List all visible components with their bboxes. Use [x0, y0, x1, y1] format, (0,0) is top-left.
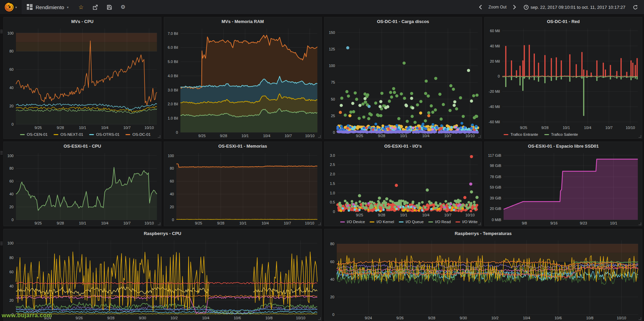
raspberrys-cpu-chart[interactable]: 0204060801009/249/269/289/3010/210/410/6… [4, 238, 321, 321]
svg-text:10/4: 10/4 [101, 126, 108, 130]
os-esxi-01-cpu-chart[interactable]: 0204060801009/259/2810/110/410/710/10 [4, 150, 161, 226]
svg-text:5.0 Bil: 5.0 Bil [168, 60, 178, 64]
grafana-logo-icon [4, 2, 14, 12]
legend-label: Trafico Saliente [551, 132, 578, 136]
svg-text:20: 20 [170, 205, 174, 209]
star-button[interactable]: ☆ [74, 0, 88, 14]
share-button[interactable] [88, 0, 102, 14]
svg-text:10/7: 10/7 [123, 221, 131, 225]
row-handle[interactable] [0, 30, 3, 33]
legend-label: OS-OTRS-01 [96, 132, 119, 136]
raspberrys-temperaturas-chart[interactable]: 0204060809/249/269/289/3010/210/410/610/… [325, 238, 642, 321]
watermark: www.bujarra.com [2, 312, 52, 319]
legend-item[interactable]: I/O Read [428, 220, 451, 224]
svg-text:0: 0 [176, 130, 178, 134]
panel-title[interactable]: OS-DC-01 - Red [485, 17, 642, 26]
refresh-button[interactable] [630, 0, 641, 14]
svg-text:10/7: 10/7 [284, 221, 291, 225]
svg-text:2.5: 2.5 [330, 163, 335, 167]
row-handle[interactable] [0, 242, 3, 245]
dashboard-title-button[interactable]: Rendimiento ▾ [21, 0, 74, 14]
os-esxi-01-memorias-chart[interactable]: 0204060801009/259/2810/110/410/710/10 [164, 150, 321, 226]
panel-title[interactable]: OS-ESXi-01 - Memorias [164, 142, 321, 150]
svg-text:20 Mil: 20 Mil [490, 59, 500, 63]
panel-title[interactable]: OS-ESXi-01 - CPU [4, 142, 161, 150]
legend-swatch [544, 134, 549, 135]
logo-caret-icon: ▾ [15, 5, 17, 9]
svg-text:20: 20 [9, 104, 14, 108]
svg-text:9/28: 9/28 [378, 134, 385, 138]
time-forward-button[interactable] [510, 0, 519, 14]
panel-title[interactable]: OS-ESXi-01 - Espacio libre SSD01 [485, 142, 642, 150]
panel-title[interactable]: Raspberrys - Temperaturas [325, 229, 642, 238]
legend-label: I/O Queue [406, 220, 424, 224]
settings-button[interactable]: ⚙ [116, 0, 130, 14]
legend-swatch [340, 221, 345, 222]
svg-text:10/4: 10/4 [584, 126, 591, 130]
svg-text:60 Mil: 60 Mil [490, 29, 500, 33]
mvs-memoria-ram-chart[interactable]: 01.0 Bil2.0 Bil3.0 Bil4.0 Bil5.0 Bil6.0 … [164, 26, 321, 138]
svg-text:10/10: 10/10 [626, 126, 635, 130]
svg-text:0: 0 [332, 313, 334, 317]
svg-text:60: 60 [9, 179, 14, 183]
chevron-right-icon [513, 5, 516, 9]
svg-text:40: 40 [9, 86, 14, 90]
panel-title[interactable]: MVs - CPU [4, 17, 161, 26]
svg-text:10/10: 10/10 [144, 221, 154, 225]
legend-item[interactable]: OS-CEN-01 [20, 132, 47, 136]
os-dc-01-red-chart[interactable]: -60 Mil-40 Mil-20 Mil020 Mil40 Mil60 Mil… [485, 26, 642, 130]
legend-item[interactable]: OS-NEXT-01 [54, 132, 83, 136]
svg-text:10/2: 10/2 [171, 316, 178, 320]
legend-item[interactable]: OS-DC-01 [125, 132, 151, 136]
svg-text:20: 20 [330, 295, 334, 299]
svg-text:9/26: 9/26 [396, 316, 403, 320]
panel-raspberrys-cpu: Raspberrys - CPU 0204060801009/249/269/2… [3, 229, 322, 321]
os-esxi-01-espacio-libre-ssd01-chart[interactable]: 0 MiB20 GiB39 GiB59 GiB78 GiB98 GiB117 G… [485, 150, 642, 226]
svg-text:80: 80 [170, 166, 174, 170]
grafana-logo-button[interactable]: ▾ [0, 0, 21, 14]
panel-title[interactable]: OS-ESXi-01 - I/O's [325, 142, 482, 150]
legend-item[interactable]: I/O Queue [399, 220, 424, 224]
legend-swatch [125, 134, 130, 135]
panel-title[interactable]: OS-DC-01 - Carga discos [325, 17, 482, 26]
svg-text:40: 40 [9, 284, 14, 288]
svg-text:9/25: 9/25 [356, 213, 363, 217]
zoom-out-button[interactable]: Zoom Out [486, 5, 508, 9]
svg-text:100: 100 [329, 64, 335, 68]
clock-icon [524, 5, 529, 10]
svg-text:9/16: 9/16 [550, 221, 558, 225]
legend-swatch [89, 134, 94, 135]
time-back-button[interactable] [476, 0, 485, 14]
os-esxi-01-ios-chart[interactable]: 00.51.01.52.02.53.09/259/2810/110/410/71… [325, 150, 482, 218]
legend-item[interactable]: I/O Kernel [370, 220, 394, 224]
legend-label: I/O Read [435, 220, 451, 224]
svg-text:-20 Mil: -20 Mil [489, 89, 500, 93]
os-dc-01-carga-discos-chart[interactable]: 02550751001251509/259/2810/110/410/710/1… [325, 26, 482, 138]
svg-text:10/1: 10/1 [563, 126, 570, 130]
svg-text:9/8: 9/8 [522, 221, 527, 225]
legend-item[interactable]: I/O Write [455, 220, 477, 224]
svg-text:125: 125 [329, 47, 335, 51]
legend-item[interactable]: OS-OTRS-01 [89, 132, 119, 136]
panel-title[interactable]: MVs - Memoria RAM [164, 17, 321, 26]
svg-text:98 GiB: 98 GiB [490, 164, 502, 168]
time-range-picker[interactable]: sep. 22, 2017 09:10:01 to oct. 11, 2017 … [520, 5, 629, 10]
svg-text:10/1: 10/1 [400, 134, 407, 138]
row-handle[interactable] [0, 151, 3, 154]
legend-swatch [20, 134, 25, 135]
svg-text:80: 80 [9, 256, 14, 260]
svg-text:0.5: 0.5 [330, 200, 335, 204]
svg-text:10/4: 10/4 [523, 316, 530, 320]
svg-text:1.0: 1.0 [330, 191, 335, 195]
legend-item[interactable]: Trafico Entrante [504, 132, 538, 136]
legend-item[interactable]: I/O Device [340, 220, 365, 224]
svg-text:0 MiB: 0 MiB [492, 218, 501, 222]
legend-swatch [399, 221, 404, 222]
legend-label: I/O Kernel [376, 220, 394, 224]
svg-text:9/28: 9/28 [428, 316, 435, 320]
panel-title[interactable]: Raspberrys - CPU [4, 229, 321, 238]
dashboard: MVs - CPU 0204060801009/259/2810/110/410… [3, 17, 642, 321]
save-button[interactable] [102, 0, 116, 14]
legend-item[interactable]: Trafico Saliente [544, 132, 578, 136]
mvs-cpu-chart[interactable]: 0204060801009/259/2810/110/410/710/10 [4, 26, 161, 130]
